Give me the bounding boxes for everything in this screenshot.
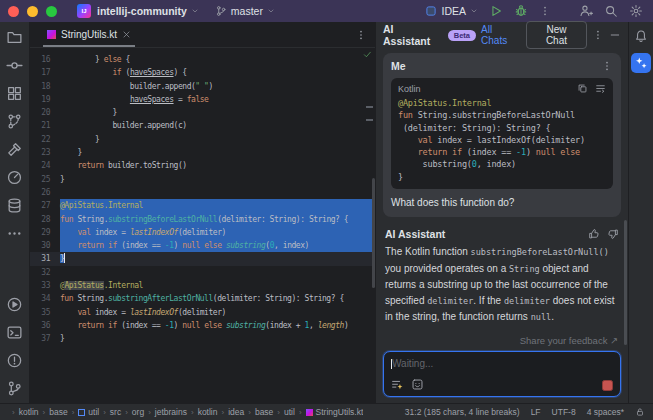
breadcrumb-src[interactable]: src (110, 407, 121, 417)
minimize-window-button[interactable] (27, 6, 38, 17)
line-number[interactable]: 35 (30, 306, 60, 319)
tool-window-version-control-icon[interactable] (6, 380, 23, 397)
editor-options-button[interactable] (355, 29, 367, 41)
line-number[interactable]: 28 (30, 213, 60, 226)
breadcrumb-kotlin[interactable]: kotlin (19, 407, 39, 417)
code-line-27[interactable]: 27@ApiStatus.Internal (30, 199, 375, 212)
ai-assistant-tool-icon[interactable] (631, 53, 651, 73)
code-editor[interactable]: 16 } else {17 if (haveSpaces) {18 builde… (30, 48, 375, 403)
stop-generation-button[interactable] (602, 380, 613, 391)
line-number[interactable]: 23 (30, 146, 60, 159)
breadcrumb-idea[interactable]: idea (228, 407, 244, 417)
breadcrumb-kotlin[interactable]: kotlin (198, 407, 218, 417)
tool-window-database-icon[interactable] (6, 197, 23, 214)
caret-position[interactable]: 31:2 (185 chars, 4 line breaks) (405, 407, 520, 417)
code-line-17[interactable]: 17 if (haveSpaces) { (30, 66, 375, 79)
breadcrumb-base[interactable]: base (49, 407, 67, 417)
maximize-window-button[interactable] (46, 6, 57, 17)
code-line-23[interactable]: 23 } (30, 146, 375, 159)
debug-button[interactable] (514, 4, 528, 18)
message-options-button[interactable] (601, 60, 613, 72)
panel-options-button[interactable] (592, 29, 604, 41)
run-button[interactable] (489, 4, 503, 18)
code-line-32[interactable]: 32 (30, 266, 375, 279)
code-line-30[interactable]: 30 return if (index == -1) null else sub… (30, 239, 375, 252)
new-chat-button[interactable]: New Chat (526, 21, 588, 49)
line-number[interactable]: 19 (30, 93, 60, 106)
project-widget[interactable]: intellij-community (97, 5, 199, 17)
hide-panel-button[interactable] (609, 29, 621, 41)
code-line-16[interactable]: 16 } else { (30, 53, 375, 66)
line-number[interactable]: 33 (30, 279, 60, 292)
chat-scrollbar[interactable] (624, 220, 627, 345)
inspections-ok-icon[interactable] (363, 50, 372, 59)
code-line-33[interactable]: 33@ApiStatus.Internal (30, 279, 375, 292)
wrap-lines-icon[interactable] (595, 83, 606, 94)
line-number[interactable]: 26 (30, 186, 60, 199)
code-with-me-button[interactable] (579, 4, 593, 18)
share-feedback-link[interactable]: Share your feedback ↗ (383, 335, 621, 351)
code-snippet-icon[interactable] (411, 378, 424, 391)
close-tab-icon[interactable] (122, 30, 131, 39)
line-number[interactable]: 31 (30, 252, 60, 265)
line-number[interactable]: 34 (30, 292, 60, 305)
close-window-button[interactable] (8, 6, 19, 17)
copy-icon[interactable] (577, 83, 588, 94)
line-number[interactable]: 27 (30, 199, 60, 212)
notifications-icon[interactable] (634, 29, 648, 43)
commands-icon[interactable] (391, 378, 404, 391)
code-line-36[interactable]: 36 return if (index == -1) null else sub… (30, 319, 375, 332)
chat-input[interactable]: Waiting... (383, 351, 621, 397)
line-number[interactable]: 22 (30, 133, 60, 146)
line-number[interactable]: 25 (30, 173, 60, 186)
more-actions-button[interactable] (539, 5, 551, 17)
tool-window-run-icon[interactable] (6, 296, 23, 313)
code-line-18[interactable]: 18 builder.append(" ") (30, 80, 375, 93)
line-number[interactable]: 16 (30, 53, 60, 66)
line-number[interactable]: 24 (30, 159, 60, 172)
breadcrumb-jetbrains[interactable]: jetbrains (155, 407, 187, 417)
tool-window-commit-icon[interactable] (6, 57, 23, 74)
breadcrumb-util[interactable]: util (284, 407, 295, 417)
code-line-35[interactable]: 35 val index = lastIndexOf(delimiter) (30, 306, 375, 319)
code-line-34[interactable]: 34fun String.substringAfterLastOrNull(de… (30, 292, 375, 305)
code-line-31[interactable]: 31} (30, 252, 375, 265)
code-line-26[interactable]: 26 (30, 186, 375, 199)
line-number[interactable]: 29 (30, 226, 60, 239)
all-chats-link[interactable]: All Chats (481, 24, 521, 46)
tool-window-more-tool-windows-icon[interactable] (6, 225, 23, 242)
code-line-20[interactable]: 20 } (30, 106, 375, 119)
line-number[interactable]: 32 (30, 266, 60, 279)
thumbs-down-icon[interactable] (607, 228, 619, 240)
tool-window-services-icon[interactable] (6, 169, 23, 186)
unlock-icon[interactable] (635, 407, 645, 417)
code-line-25[interactable]: 25} (30, 173, 375, 186)
line-separator[interactable]: LF (531, 407, 541, 417)
branch-widget[interactable]: master (215, 5, 275, 17)
line-number[interactable]: 18 (30, 80, 60, 93)
line-number[interactable]: 36 (30, 319, 60, 332)
editor-scrollbar[interactable] (372, 178, 375, 288)
line-number[interactable]: 30 (30, 239, 60, 252)
breadcrumb-stringutils-kt[interactable]: StringUtils.kt (306, 407, 364, 417)
code-line-24[interactable]: 24 return builder.toString() (30, 159, 375, 172)
tab-stringutils[interactable]: StringUtils.kt (38, 22, 140, 47)
breadcrumb-util[interactable]: util (78, 407, 99, 417)
code-line-19[interactable]: 19 haveSpaces = false (30, 93, 375, 106)
line-number[interactable]: 21 (30, 119, 60, 132)
code-line-22[interactable]: 22 } (30, 133, 375, 146)
thumbs-up-icon[interactable] (588, 228, 600, 240)
tool-window-structure-icon[interactable] (6, 85, 23, 102)
tool-window-terminal-icon[interactable] (6, 324, 23, 341)
code-line-37[interactable]: 37} (30, 332, 375, 345)
code-line-21[interactable]: 21 builder.append(c) (30, 119, 375, 132)
settings-button[interactable] (629, 4, 643, 18)
breadcrumb-base[interactable]: base (255, 407, 273, 417)
code-line-28[interactable]: 28fun String.substringBeforeLastOrNull(d… (30, 213, 375, 226)
search-everywhere-button[interactable] (604, 4, 618, 18)
tool-window-pull-requests-icon[interactable] (6, 113, 23, 130)
indent-style[interactable]: 4 spaces* (587, 407, 624, 417)
line-number[interactable]: 20 (30, 106, 60, 119)
tool-window-problems-icon[interactable] (6, 352, 23, 369)
line-number[interactable]: 37 (30, 332, 60, 345)
